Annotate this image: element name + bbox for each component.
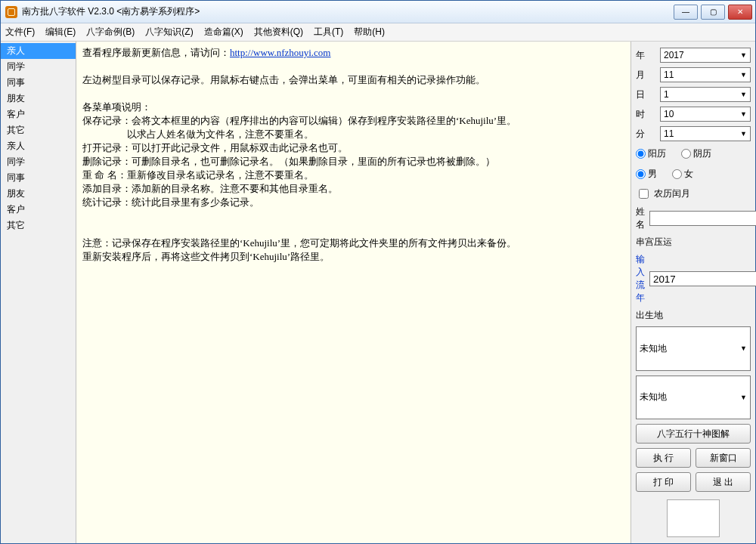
maximize-button[interactable]: ▢	[701, 5, 725, 20]
chevron-down-icon: ▼	[740, 110, 747, 118]
line-save2: 以求占人姓名做为文件名，注意不要重名。	[82, 128, 314, 140]
print-button[interactable]: 打 印	[636, 472, 691, 492]
line-stat: 统计记录：统计此目录里有多少条记录。	[82, 196, 259, 208]
note2: 重新安装程序后，再将这些文件拷贝到‘Kehujilu’路径里。	[82, 251, 330, 262]
chevron-down-icon: ▼	[740, 345, 747, 352]
birthplace1-select[interactable]: 未知地▼	[636, 326, 751, 371]
chuan-label: 串宫压运	[636, 236, 751, 249]
chart-button[interactable]: 八字五行十神图解	[636, 424, 751, 444]
sidebar-item-10[interactable]: 客户	[1, 202, 76, 218]
para-tree: 左边树型目录可以保存记录。用鼠标右键点击，会弹出菜单，可里面有相关的记录操作功能…	[82, 74, 485, 85]
main-text-area[interactable]: 查看程序最新更新信息，请访问：http://www.nfzhouyi.com 左…	[76, 42, 631, 543]
lunar-radio[interactable]: 阴历	[681, 147, 711, 160]
menu-heading: 各菜单项说明：	[82, 101, 151, 113]
day-label: 日	[636, 88, 655, 101]
year-label: 年	[636, 49, 655, 62]
hour-select[interactable]: 10▼	[660, 107, 751, 122]
solar-radio[interactable]: 阳历	[636, 147, 666, 160]
line-add: 添加目录：添加新的目录名称。注意不要和其他目录重名。	[82, 183, 338, 194]
app-window: 南方批八字软件 V2.3.0 <南方易学系列程序> — ▢ ✕ 文件(F)编辑(…	[0, 0, 756, 544]
app-icon	[5, 6, 17, 18]
male-radio[interactable]: 男	[636, 168, 657, 181]
sidebar-item-6[interactable]: 亲人	[1, 138, 76, 154]
chevron-down-icon: ▼	[740, 71, 747, 79]
sidebar: 亲人同学同事朋友客户其它亲人同学同事朋友客户其它	[1, 42, 76, 543]
note1: 注意：记录保存在程序安装路径里的‘Kehujilu’里，您可定期将此文件夹里的所…	[82, 237, 516, 249]
hour-label: 时	[636, 108, 655, 121]
line-open: 打开记录：可以打开此记录文件，用鼠标双击此记录名也可。	[82, 142, 348, 153]
menu-文件(F)[interactable]: 文件(F)	[5, 26, 35, 39]
body: 亲人同学同事朋友客户其它亲人同学同事朋友客户其它 查看程序最新更新信息，请访问：…	[1, 42, 755, 543]
menu-编辑(E)[interactable]: 编辑(E)	[45, 26, 76, 39]
run-button[interactable]: 执 行	[636, 448, 691, 468]
preview-box	[667, 499, 720, 537]
new-window-button[interactable]: 新窗口	[696, 448, 751, 468]
leap-month-checkbox[interactable]: 农历闰月	[636, 187, 751, 201]
sidebar-item-0[interactable]: 亲人	[1, 43, 76, 59]
menu-工具(T)[interactable]: 工具(T)	[314, 26, 343, 39]
birthplace-label: 出生地	[636, 309, 751, 322]
minute-select[interactable]: 11▼	[660, 126, 751, 141]
sidebar-item-4[interactable]: 客户	[1, 107, 76, 122]
menu-帮助(H)[interactable]: 帮助(H)	[354, 26, 385, 39]
line-del: 删除记录：可删除目录名，也可删除记录名。（如果删除目录，里面的所有记录也将被删除…	[82, 156, 495, 167]
month-label: 月	[636, 69, 655, 82]
sidebar-item-8[interactable]: 同事	[1, 170, 76, 186]
chevron-down-icon: ▼	[740, 394, 747, 401]
menu-八字命例(B)[interactable]: 八字命例(B)	[86, 26, 135, 39]
minute-label: 分	[636, 128, 655, 141]
sidebar-item-1[interactable]: 同学	[1, 59, 76, 75]
menu-其他资料(Q)[interactable]: 其他资料(Q)	[254, 26, 303, 39]
menubar: 文件(F)编辑(E)八字命例(B)八字知识(Z)造命篇(X)其他资料(Q)工具(…	[1, 23, 755, 42]
sidebar-item-3[interactable]: 朋友	[1, 91, 76, 107]
liunian-input[interactable]	[649, 271, 756, 286]
birthplace2-select[interactable]: 未知地▼	[636, 376, 751, 420]
chevron-down-icon: ▼	[740, 91, 747, 98]
exit-button[interactable]: 退 出	[696, 472, 751, 492]
menu-八字知识(Z)[interactable]: 八字知识(Z)	[145, 26, 193, 39]
line-save1: 保存记录：会将文本框里的内容（程序排出的内容可以编辑）保存到程序安装路径里的‘K…	[82, 115, 516, 126]
sidebar-item-9[interactable]: 朋友	[1, 186, 76, 202]
day-select[interactable]: 1▼	[660, 87, 751, 102]
month-select[interactable]: 11▼	[660, 67, 751, 82]
sidebar-item-2[interactable]: 同事	[1, 75, 76, 91]
info-prefix: 查看程序最新更新信息，请访问：	[82, 47, 230, 58]
minimize-button[interactable]: —	[674, 5, 698, 20]
chevron-down-icon: ▼	[740, 51, 747, 59]
name-label: 姓名	[636, 206, 645, 231]
window-title: 南方批八字软件 V2.3.0 <南方易学系列程序>	[22, 5, 200, 18]
sidebar-item-7[interactable]: 同学	[1, 154, 76, 170]
liunian-link[interactable]: 输入流年	[636, 253, 645, 304]
female-radio[interactable]: 女	[672, 168, 693, 181]
year-select[interactable]: 2017▼	[660, 48, 751, 63]
chevron-down-icon: ▼	[740, 130, 747, 138]
control-panel: 年 2017▼ 月 11▼ 日 1▼ 时 10▼ 分 11▼ 阳历 阴历	[631, 42, 755, 543]
update-link[interactable]: http://www.nfzhouyi.com	[230, 47, 330, 58]
name-input[interactable]	[649, 211, 756, 226]
menu-造命篇(X)[interactable]: 造命篇(X)	[204, 26, 243, 39]
titlebar: 南方批八字软件 V2.3.0 <南方易学系列程序> — ▢ ✕	[1, 1, 755, 23]
close-button[interactable]: ✕	[728, 5, 752, 20]
sidebar-item-5[interactable]: 其它	[1, 122, 76, 138]
window-controls: — ▢ ✕	[674, 5, 755, 20]
sidebar-item-11[interactable]: 其它	[1, 218, 76, 233]
line-rename: 重 命 名：重新修改目录名或记录名，注意不要重名。	[82, 169, 314, 181]
